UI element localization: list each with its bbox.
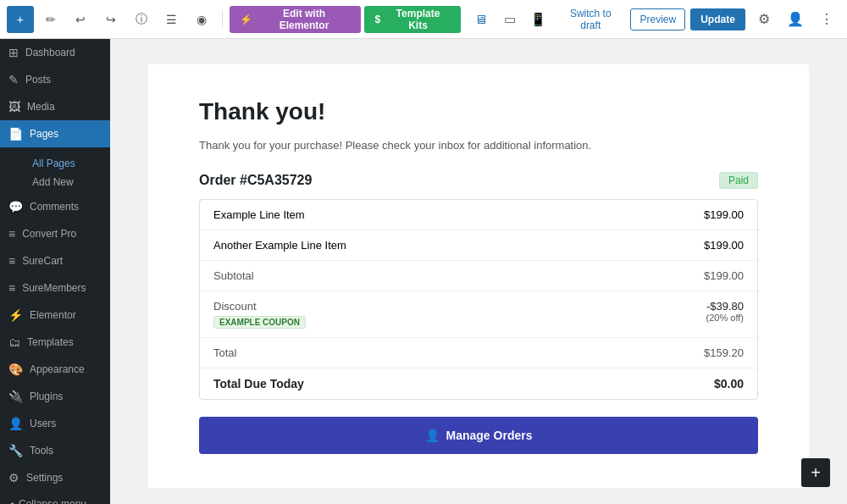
collapse-menu-button[interactable]: ◂ Collapse menu	[0, 491, 110, 504]
sidebar-item-suremembers[interactable]: ≡ SureMembers	[0, 274, 110, 302]
collapse-label: Collapse menu	[19, 498, 86, 504]
desktop-view-button[interactable]: 🖥	[468, 6, 495, 33]
sidebar-item-users[interactable]: 👤 Users	[0, 410, 110, 437]
info-button[interactable]: ⓘ	[128, 6, 155, 33]
tablet-view-button[interactable]: ▭	[496, 6, 523, 33]
toolbar-right: Switch to draft Preview Update ⚙ 👤 ⋮	[556, 6, 840, 33]
users-icon: 👤	[8, 417, 23, 430]
coupon-badge: EXAMPLE COUPON	[213, 316, 306, 329]
sidebar-item-appearance[interactable]: 🎨 Appearance	[0, 356, 110, 383]
elementor-sidebar-icon: ⚡	[8, 308, 23, 322]
edit-with-elementor-button[interactable]: ⚡ Edit with Elementor	[230, 6, 362, 33]
sidebar-item-tools[interactable]: 🔧 Tools	[0, 437, 110, 464]
sidebar-item-templates[interactable]: 🗂 Templates	[0, 329, 110, 356]
sidebar-item-pages[interactable]: 📄 Pages	[0, 120, 110, 147]
template-kits-icon: $	[374, 14, 380, 25]
posts-icon: ✎	[8, 73, 19, 86]
more-options-button[interactable]: ⋮	[814, 6, 840, 33]
line-item-1-price: $199.00	[704, 208, 744, 221]
sidebar-label-settings: Settings	[26, 472, 63, 484]
line-item-1: Example Line Item $199.00	[200, 200, 757, 230]
manage-orders-icon: 👤	[425, 429, 440, 442]
sidebar-item-plugins[interactable]: 🔌 Plugins	[0, 383, 110, 410]
collapse-icon: ◂	[8, 498, 14, 504]
edit-pencil-button[interactable]: ✏	[37, 6, 64, 33]
discount-right: -$39.80 (20% off)	[706, 300, 744, 323]
total-due-label: Total Due Today	[213, 377, 304, 390]
elementor-icon: ⚡	[240, 14, 252, 25]
settings-icon: ⚙	[8, 471, 19, 485]
sidebar-label-templates: Templates	[27, 336, 74, 348]
discount-left: Discount EXAMPLE COUPON	[213, 300, 306, 329]
switch-to-draft-button[interactable]: Switch to draft	[556, 8, 626, 31]
discount-amount: -$39.80	[706, 300, 744, 313]
total-row: Total $159.20	[200, 338, 757, 368]
sidebar-item-posts[interactable]: ✎ Posts	[0, 66, 110, 93]
template-kits-button[interactable]: $ Template Kits	[364, 6, 461, 33]
templates-icon: 🗂	[8, 335, 20, 349]
view-buttons: 🖥 ▭ 📱	[468, 6, 552, 33]
avatar-button[interactable]: 👤	[782, 6, 808, 33]
convert-pro-icon: ≡	[8, 227, 15, 241]
media-icon: 🖼	[8, 100, 20, 114]
surecart-icon: ≡	[8, 254, 15, 268]
undo-button[interactable]: ↩	[67, 6, 94, 33]
sidebar-item-convert-pro[interactable]: ≡ Convert Pro	[0, 220, 110, 247]
add-button[interactable]: +	[7, 6, 34, 33]
sidebar: ⊞ Dashboard ✎ Posts 🖼 Media 📄 Pages All …	[0, 39, 110, 504]
sidebar-item-surecart[interactable]: ≡ SureCart	[0, 247, 110, 274]
manage-orders-button[interactable]: 👤 Manage Orders	[199, 417, 758, 454]
add-block-button[interactable]: +	[801, 458, 830, 487]
total-due-value: $0.00	[714, 377, 744, 390]
sidebar-item-elementor[interactable]: ⚡ Elementor	[0, 302, 110, 329]
total-label: Total	[213, 346, 236, 359]
line-item-2: Another Example Line Item $199.00	[200, 230, 757, 261]
tools-icon: 🔧	[8, 444, 23, 457]
sidebar-label-comments: Comments	[30, 201, 79, 213]
pages-submenu: All Pages Add New	[0, 147, 110, 193]
settings-circle-button[interactable]: ◉	[188, 6, 215, 33]
list-button[interactable]: ☰	[158, 6, 185, 33]
sidebar-label-suremembers: SureMembers	[22, 282, 86, 294]
all-pages-link[interactable]: All Pages	[8, 154, 102, 173]
dashboard-icon: ⊞	[8, 46, 19, 59]
order-header: Order #C5A35729 Paid	[199, 172, 758, 189]
order-number: Order #C5A35729	[199, 173, 312, 188]
update-button[interactable]: Update	[690, 8, 745, 30]
manage-orders-label: Manage Orders	[446, 429, 533, 442]
sidebar-label-surecart: SureCart	[22, 255, 63, 267]
order-table: Example Line Item $199.00 Another Exampl…	[199, 199, 758, 400]
discount-label: Discount	[213, 300, 306, 313]
redo-button[interactable]: ↪	[97, 6, 125, 33]
main-layout: ⊞ Dashboard ✎ Posts 🖼 Media 📄 Pages All …	[0, 39, 847, 504]
discount-row: Discount EXAMPLE COUPON -$39.80 (20% off…	[200, 291, 757, 338]
top-toolbar: + ✏ ↩ ↪ ⓘ ☰ ◉ ⚡ Edit with Elementor $ Te…	[0, 0, 847, 39]
gear-button[interactable]: ⚙	[750, 6, 777, 33]
sidebar-item-comments[interactable]: 💬 Comments	[0, 193, 110, 220]
line-item-1-name: Example Line Item	[213, 208, 305, 221]
suremembers-icon: ≡	[8, 281, 15, 295]
plugins-icon: 🔌	[8, 390, 23, 403]
line-item-2-name: Another Example Line Item	[213, 239, 346, 252]
sidebar-item-settings[interactable]: ⚙ Settings	[0, 464, 110, 491]
sidebar-label-appearance: Appearance	[30, 363, 85, 375]
add-new-page-link[interactable]: Add New	[8, 173, 102, 191]
subtotal-label: Subtotal	[213, 269, 254, 282]
pages-icon: 📄	[8, 127, 23, 141]
divider-1	[222, 11, 223, 28]
sidebar-label-elementor: Elementor	[30, 309, 76, 321]
preview-button[interactable]: Preview	[630, 8, 685, 30]
content-area: Thank you! Thank you for your purchase! …	[110, 39, 847, 504]
sidebar-label-media: Media	[27, 101, 55, 113]
mobile-view-button[interactable]: 📱	[525, 6, 552, 33]
discount-pct: (20% off)	[706, 313, 744, 323]
page-title: Thank you!	[199, 98, 758, 125]
sidebar-label-users: Users	[30, 418, 56, 429]
sidebar-label-plugins: Plugins	[30, 390, 63, 402]
comments-icon: 💬	[8, 200, 23, 213]
sidebar-label-pages: Pages	[30, 128, 58, 140]
edit-elementor-label: Edit with Elementor	[257, 8, 352, 31]
subtotal-value: $199.00	[704, 269, 744, 282]
sidebar-item-media[interactable]: 🖼 Media	[0, 93, 110, 120]
sidebar-item-dashboard[interactable]: ⊞ Dashboard	[0, 39, 110, 66]
